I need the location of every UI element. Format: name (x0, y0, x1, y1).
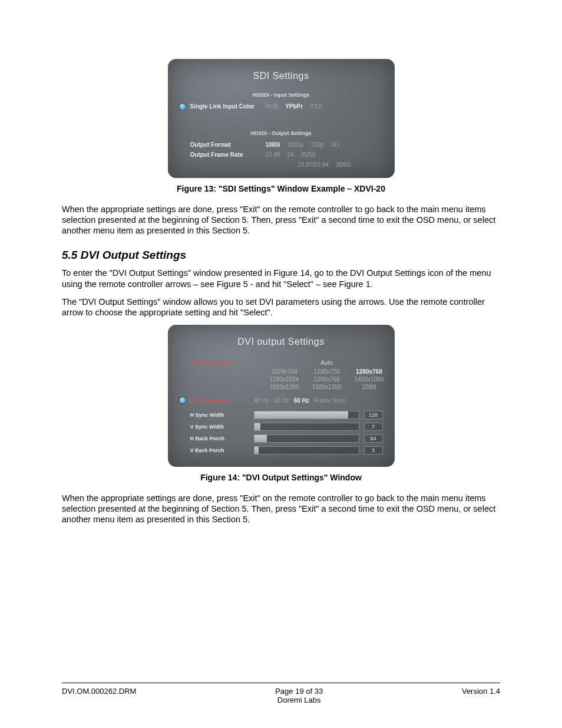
output-frame-rate-options-2: 29.97/59.94 30/60 (266, 162, 383, 168)
output-frame-rate-label: Output Frame Rate (190, 151, 261, 158)
res-1280x768[interactable]: 1280x768 (351, 368, 388, 375)
dvi-resolution-options: Auto 1024x768 1280x720 1280x768 1280x102… (266, 360, 388, 390)
selection-dot-icon (180, 397, 186, 403)
hdsdi-output-section: HDSDI - Output Settings (180, 130, 383, 136)
res-1400x1050[interactable]: 1400x1050 (351, 376, 388, 383)
footer-company: Doremi Labs (275, 696, 323, 704)
slider-label: V Back Porch (190, 447, 249, 453)
sliders-group: H Sync Width128V Sync Width7H Back Porch… (180, 409, 383, 456)
footer-center: Page 19 of 33 Doremi Labs (275, 687, 323, 704)
document-page: SDI Settings HDSDI - Input Settings Sing… (0, 0, 562, 728)
dvi-resolution-row[interactable]: DVI Resolution Auto 1024x768 1280x720 12… (180, 358, 383, 392)
dvi-frequency-row[interactable]: DVI Frequency 48 Hz 50 Hz 60 Hz Frame Sy… (180, 396, 383, 406)
paragraph-4: When the appropriate settings are done, … (62, 493, 500, 525)
figure-13-caption: Figure 13: "SDI Settings" Window Example… (62, 184, 500, 193)
dvi-frequency-options: 48 Hz 50 Hz 60 Hz Frame Sync (254, 397, 383, 404)
output-frame-rate-row-2: 29.97/59.94 30/60 (180, 160, 383, 170)
slider-row-v-back-porch[interactable]: V Back Porch3 (180, 444, 383, 456)
slider-row-h-sync-width[interactable]: H Sync Width128 (180, 409, 383, 421)
opt-24[interactable]: 24 (287, 151, 294, 158)
page-footer: DVI.OM.000262.DRM Page 19 of 33 Doremi L… (62, 683, 500, 704)
paragraph-1: When the appropriate settings are done, … (62, 204, 500, 236)
paragraph-3: The "DVI Output Settings" window allows … (62, 297, 500, 318)
slider-label: H Sync Width (190, 412, 249, 418)
section-heading-5-5: 5.5 DVI Output Settings (62, 249, 500, 262)
output-frame-rate-options: 23.98 24 25/50 (266, 151, 383, 158)
opt-xyz[interactable]: XYZ' (310, 103, 322, 110)
output-format-row[interactable]: Output Format 1080i 1080p 720p SD (180, 140, 383, 150)
opt-1080p[interactable]: 1080p (287, 141, 304, 148)
footer-right: Version 1.4 (462, 687, 500, 704)
slider-value: 7 (364, 423, 383, 431)
input-color-options: RGB YPbPr XYZ' (266, 103, 383, 110)
output-frame-rate-row[interactable]: Output Frame Rate 23.98 24 25/50 (180, 150, 383, 160)
opt-2550[interactable]: 25/50 (301, 151, 316, 158)
res-1280x1024[interactable]: 1280x1024 (266, 376, 303, 383)
slider-track[interactable] (254, 434, 359, 443)
osd-title: SDI Settings (180, 71, 383, 81)
footer-left: DVI.OM.000262.DRM (62, 687, 136, 704)
single-link-input-color-row[interactable]: Single Link Input Color RGB YPbPr XYZ' (180, 101, 383, 111)
res-1368x768[interactable]: 1368x768 (308, 376, 346, 383)
selection-dot-icon (180, 104, 186, 110)
res-1920x1200[interactable]: 1920x1200 (308, 384, 346, 390)
slider-value: 64 (364, 434, 383, 443)
res-1024x768[interactable]: 1024x768 (266, 368, 303, 375)
hdsdi-input-section: HDSDI - Input Settings (180, 92, 383, 98)
res-auto[interactable]: Auto (266, 360, 388, 366)
opt-1080i[interactable]: 1080i (266, 141, 280, 148)
slider-label: H Back Porch (190, 436, 249, 442)
figure-14-caption: Figure 14: "DVI Output Settings" Window (62, 473, 500, 482)
res-1280x720[interactable]: 1280x720 (308, 368, 346, 375)
slider-row-h-back-porch[interactable]: H Back Porch64 (180, 433, 383, 444)
slider-track[interactable] (254, 423, 359, 431)
input-color-label: Single Link Input Color (190, 103, 261, 110)
sdi-settings-window: SDI Settings HDSDI - Input Settings Sing… (168, 59, 395, 178)
slider-label: V Sync Width (190, 424, 249, 430)
res-1080i[interactable]: 1080i (351, 384, 388, 390)
output-format-options: 1080i 1080p 720p SD (266, 141, 383, 148)
slider-row-v-sync-width[interactable]: V Sync Width7 (180, 421, 383, 433)
dvi-resolution-label: DVI Resolution (190, 360, 261, 366)
freq-frame-sync[interactable]: Frame Sync (314, 397, 346, 404)
dvi-output-settings-window: DVI output Settings DVI Resolution Auto … (168, 325, 395, 467)
opt-rgb[interactable]: RGB (266, 103, 279, 110)
opt-ypbpr[interactable]: YPbPr (285, 103, 303, 110)
opt-2997[interactable]: 29.97/59.94 (297, 162, 329, 168)
dvi-frequency-label: DVI Frequency (190, 397, 249, 404)
opt-3060[interactable]: 30/60 (336, 162, 351, 168)
output-format-label: Output Format (190, 141, 261, 148)
freq-50hz[interactable]: 50 Hz (274, 397, 289, 404)
opt-2398[interactable]: 23.98 (266, 151, 280, 158)
osd2-title: DVI output Settings (180, 337, 383, 347)
opt-720p[interactable]: 720p (310, 141, 323, 148)
slider-track[interactable] (254, 446, 359, 454)
slider-value: 128 (364, 411, 383, 419)
res-1920x1080[interactable]: 1920x1080 (266, 384, 303, 390)
paragraph-2: To enter the "DVI Output Settings" windo… (62, 268, 500, 289)
footer-page: Page 19 of 33 (275, 687, 323, 696)
freq-60hz[interactable]: 60 Hz (294, 397, 309, 404)
opt-sd[interactable]: SD (331, 141, 339, 148)
freq-48hz[interactable]: 48 Hz (254, 397, 269, 404)
slider-value: 3 (364, 446, 383, 454)
slider-track[interactable] (254, 411, 359, 419)
